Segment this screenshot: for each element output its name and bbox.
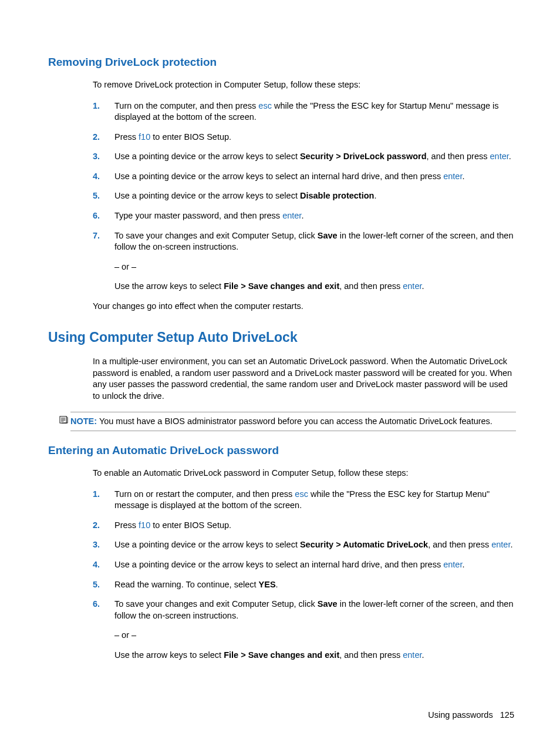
step-text: to enter BIOS Setup. <box>150 132 231 142</box>
step-text: , and then press <box>339 650 403 660</box>
note-label: NOTE: <box>70 416 97 426</box>
step-text: . <box>276 580 278 589</box>
step-text: Use the arrow keys to select <box>114 650 224 660</box>
outro-text: Your changes go into effect when the com… <box>93 301 516 312</box>
intro-text: In a multiple-user environment, you can … <box>93 356 516 402</box>
option-yes: YES <box>259 580 276 589</box>
step-text: . <box>421 281 424 291</box>
menu-path: File > Save changes and exit <box>224 650 339 660</box>
step-text: . <box>301 211 303 220</box>
kbd-f10: f10 <box>139 132 150 142</box>
step-text: , and then press <box>427 152 490 161</box>
svg-rect-0 <box>60 416 66 422</box>
step-text: , and then press <box>339 281 403 291</box>
step-text: Use the arrow keys to select <box>114 281 224 291</box>
kbd-esc: esc <box>258 101 272 110</box>
step-6: To save your changes and exit Computer S… <box>93 599 516 661</box>
kbd-enter: enter <box>403 650 421 660</box>
kbd-enter: enter <box>282 211 301 220</box>
note-box: NOTE: You must have a BIOS administrator… <box>70 412 516 432</box>
footer-section: Using passwords <box>428 710 492 720</box>
step-text: Use a pointing device or the arrow keys … <box>114 540 300 549</box>
step-alt: Use the arrow keys to select File > Save… <box>114 281 516 293</box>
step-2: Press f10 to enter BIOS Setup. <box>93 132 516 143</box>
step-text: Use a pointing device or the arrow keys … <box>114 191 300 200</box>
step-text: . <box>510 540 512 549</box>
step-text: . <box>509 152 511 161</box>
or-separator: – or – <box>114 261 516 273</box>
note-icon <box>59 415 68 424</box>
step-5: Use a pointing device or the arrow keys … <box>93 190 516 202</box>
step-5: Read the warning. To continue, select YE… <box>93 579 516 591</box>
step-4: Use a pointing device or the arrow keys … <box>93 559 516 571</box>
step-text: Read the warning. To continue, select <box>114 580 259 589</box>
step-text: , and then press <box>428 540 491 549</box>
step-text: . <box>462 560 464 569</box>
steps-list-2: Turn on or restart the computer, and the… <box>93 489 516 661</box>
step-6: Type your master password, and then pres… <box>93 210 516 222</box>
step-text: Type your master password, and then pres… <box>114 211 282 220</box>
step-text: . <box>421 650 424 660</box>
save-label: Save <box>318 599 338 609</box>
step-text: to enter BIOS Setup. <box>150 520 231 530</box>
step-2: Press f10 to enter BIOS Setup. <box>93 520 516 532</box>
heading-removing-drivelock: Removing DriveLock protection <box>48 56 516 69</box>
heading-entering-auto-drivelock: Entering an Automatic DriveLock password <box>48 444 516 457</box>
option-disable-protection: Disable protection <box>300 191 375 200</box>
page-footer: Using passwords 125 <box>428 710 514 720</box>
intro-text: To remove DriveLock protection in Comput… <box>93 79 516 91</box>
kbd-enter: enter <box>491 540 510 549</box>
step-text: Turn on or restart the computer, and the… <box>114 489 295 499</box>
kbd-f10: f10 <box>139 520 150 530</box>
kbd-enter: enter <box>443 560 462 569</box>
step-text: Press <box>114 132 139 142</box>
menu-path: File > Save changes and exit <box>224 281 339 291</box>
footer-page-number: 125 <box>500 710 514 720</box>
kbd-enter: enter <box>403 281 421 291</box>
step-text: Turn on the computer, and then press <box>114 101 258 110</box>
step-1: Turn on the computer, and then press esc… <box>93 100 516 123</box>
step-1: Turn on or restart the computer, and the… <box>93 489 516 512</box>
step-alt: Use the arrow keys to select File > Save… <box>114 650 516 661</box>
note-text: You must have a BIOS administrator passw… <box>97 416 492 426</box>
step-7: To save your changes and exit Computer S… <box>93 230 516 293</box>
step-text: Use a pointing device or the arrow keys … <box>114 172 443 181</box>
steps-list-1: Turn on the computer, and then press esc… <box>93 100 516 293</box>
kbd-enter: enter <box>490 152 509 161</box>
step-3: Use a pointing device or the arrow keys … <box>93 539 516 551</box>
kbd-enter: enter <box>443 172 462 181</box>
heading-auto-drivelock: Using Computer Setup Auto DriveLock <box>48 330 516 345</box>
save-label: Save <box>318 231 338 240</box>
menu-path: Security > DriveLock password <box>300 152 427 161</box>
step-text: . <box>462 172 464 181</box>
kbd-esc: esc <box>295 489 308 499</box>
step-text: Use a pointing device or the arrow keys … <box>114 152 300 161</box>
menu-path: Security > Automatic DriveLock <box>300 540 428 549</box>
step-text: To save your changes and exit Computer S… <box>114 231 318 240</box>
step-4: Use a pointing device or the arrow keys … <box>93 171 516 183</box>
step-text: To save your changes and exit Computer S… <box>114 599 318 609</box>
or-separator: – or – <box>114 630 516 641</box>
step-text: . <box>374 191 376 200</box>
step-3: Use a pointing device or the arrow keys … <box>93 151 516 163</box>
intro-text: To enable an Automatic DriveLock passwor… <box>93 468 516 479</box>
step-text: Use a pointing device or the arrow keys … <box>114 560 443 569</box>
step-text: Press <box>114 520 139 530</box>
